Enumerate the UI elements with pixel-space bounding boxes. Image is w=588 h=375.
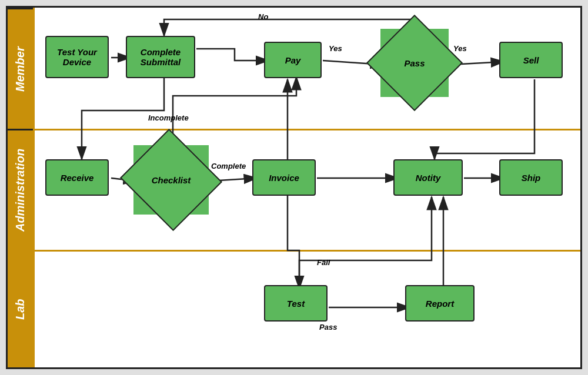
diagram-content: Test YourDevice CompleteSubmittal Pay Pa… (35, 8, 580, 367)
yes-pay-arrow-label: Yes (329, 44, 342, 53)
test-box: Test (264, 285, 328, 322)
incomplete-arrow-label: Incomplete (148, 113, 189, 122)
complete-submittal-box: CompleteSubmittal (126, 36, 195, 78)
invoice-label: Invoice (269, 173, 299, 183)
test-your-device-box: Test YourDevice (45, 36, 109, 78)
pay-label: Pay (285, 55, 301, 65)
invoice-box: Invoice (252, 159, 316, 196)
notity-box: Notity (393, 159, 463, 196)
notity-label: Notity (416, 173, 441, 183)
checklist-diamond: Checklist (133, 145, 209, 215)
sell-box: Sell (499, 42, 563, 78)
lane-divider-1 (35, 129, 580, 130)
fail-arrow-label: Fail (317, 258, 330, 267)
lane-label-member: Member (8, 8, 33, 129)
receive-label: Receive (61, 173, 94, 183)
pass-diamond: Pass (380, 29, 449, 97)
test-label: Test (287, 299, 305, 309)
yes-sell-arrow-label: Yes (453, 44, 467, 53)
complete-submittal-label: CompleteSubmittal (141, 47, 181, 67)
report-box: Report (405, 285, 475, 322)
pass-lab-arrow-label: Pass (319, 323, 337, 332)
ship-label: Ship (522, 173, 541, 183)
receive-box: Receive (45, 159, 109, 196)
lane-label-lab: Lab (8, 250, 33, 367)
no-arrow-label: No (258, 12, 268, 21)
pay-box: Pay (264, 42, 322, 78)
ship-box: Ship (499, 159, 563, 196)
lane-divider-2 (35, 250, 580, 252)
report-label: Report (426, 299, 454, 309)
complete-arrow-label: Complete (211, 162, 246, 170)
lane-label-administration: Administration (8, 129, 33, 250)
test-your-device-label: Test YourDevice (57, 47, 97, 67)
diagram-wrapper: Member Administration Lab (6, 6, 582, 369)
sell-label: Sell (523, 55, 539, 65)
checklist-label: Checklist (152, 175, 191, 185)
swimlanes-labels: Member Administration Lab (8, 8, 35, 367)
pass-label: Pass (404, 58, 425, 68)
